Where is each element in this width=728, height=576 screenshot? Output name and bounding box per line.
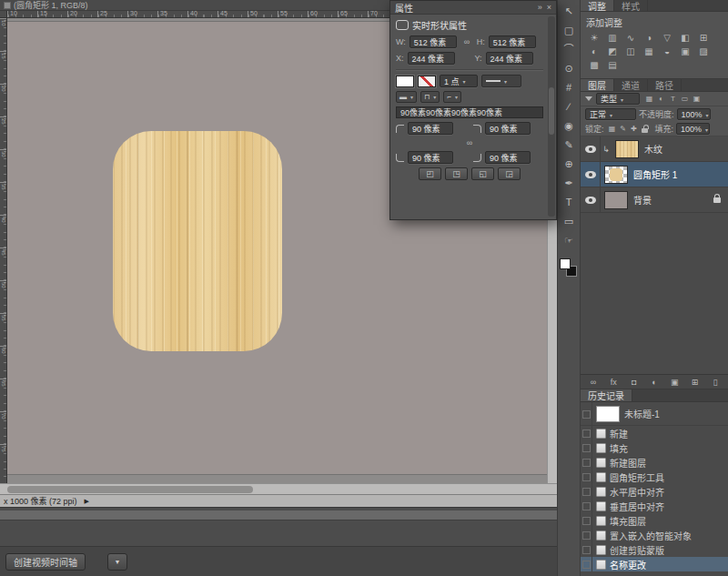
visibility-toggle[interactable] — [581, 136, 601, 161]
brush-tool-icon[interactable]: ✎ — [558, 136, 580, 155]
eyedropper-tool-icon[interactable]: ∕ — [558, 97, 580, 116]
delete-layer-icon[interactable]: ▯ — [708, 378, 723, 387]
history-brush-source-box[interactable] — [581, 557, 592, 571]
horizontal-type-tool-icon[interactable]: T — [558, 193, 580, 212]
layer-effects-icon[interactable]: fx — [606, 378, 621, 387]
new-layer-icon[interactable]: ⊞ — [688, 378, 703, 387]
panel-tab-history[interactable]: 历史记录 — [581, 389, 632, 401]
radius-top-right-input[interactable]: 90 像素 — [485, 122, 531, 135]
layer-thumbnail[interactable] — [615, 140, 639, 158]
layer-row-rounded-rect[interactable]: 圆角矩形 1 — [581, 162, 728, 187]
layer-group-icon[interactable]: ▣ — [667, 378, 682, 387]
color-swatches[interactable] — [558, 258, 580, 281]
history-brush-source-box[interactable] — [581, 426, 592, 440]
corner-bottom-left-button[interactable]: ◱ — [471, 167, 494, 180]
history-step[interactable]: 垂直居中对齐 — [581, 499, 728, 513]
stroke-corners-icon[interactable]: ⌐ — [443, 91, 461, 103]
gradient-map-icon[interactable]: ▩ — [585, 58, 603, 72]
history-snapshot-row[interactable]: 未标题-1 — [581, 402, 728, 426]
vibrance-icon[interactable]: ▽ — [658, 31, 676, 45]
status-menu-arrow-icon[interactable]: ▶ — [85, 498, 89, 505]
filter-pixel-layers-icon[interactable]: ▦ — [643, 95, 655, 103]
hand-tool-icon[interactable]: ☞ — [558, 231, 580, 250]
create-video-timeline-button[interactable]: 创建视频时间轴 — [5, 553, 86, 571]
levels-icon[interactable]: ▥ — [603, 31, 622, 45]
y-input[interactable]: 244 像素 — [486, 52, 533, 65]
scrollbar-thumb[interactable] — [549, 87, 554, 135]
layer-thumbnail[interactable] — [604, 191, 628, 209]
ruler-corner[interactable] — [0, 11, 7, 18]
opacity-input[interactable]: 100% — [677, 108, 711, 120]
fill-color-swatch[interactable] — [396, 76, 414, 87]
radius-top-left-input[interactable]: 90 像素 — [408, 122, 453, 135]
lock-paint-icon[interactable]: ✎ — [618, 125, 629, 134]
corner-bottom-right-button[interactable]: ◲ — [498, 167, 521, 180]
hue-saturation-icon[interactable]: ◧ — [676, 31, 694, 45]
history-step[interactable]: 创建剪贴蒙版 — [581, 542, 728, 557]
history-step[interactable]: 填充图层 — [581, 513, 728, 528]
photo-filter-icon[interactable]: ◩ — [603, 45, 622, 58]
layer-row-background[interactable]: 背景 — [581, 187, 728, 213]
crop-tool-icon[interactable]: # — [558, 78, 580, 97]
scrollbar-thumb[interactable] — [7, 486, 253, 493]
layer-name[interactable]: 背景 — [633, 193, 652, 207]
history-step[interactable]: 水平居中对齐 — [581, 484, 728, 499]
history-step[interactable]: 名称更改 — [581, 557, 728, 571]
curves-icon[interactable]: ∿ — [622, 31, 640, 45]
stroke-caps-icon[interactable]: ⊓ — [420, 91, 440, 103]
panel-tab[interactable]: 路径 — [648, 79, 682, 91]
clone-stamp-tool-icon[interactable]: ⊕ — [558, 155, 580, 174]
rectangular-marquee-tool-icon[interactable]: ▢ — [558, 21, 580, 40]
history-brush-source-box[interactable] — [581, 440, 592, 455]
history-brush-source-box[interactable] — [581, 499, 592, 513]
history-step[interactable]: 新建图层 — [581, 455, 728, 470]
properties-scrollbar[interactable] — [548, 16, 555, 217]
threshold-icon[interactable]: ▨ — [694, 45, 713, 58]
properties-header[interactable]: 属性 » × — [390, 1, 556, 15]
selective-color-icon[interactable]: ▤ — [603, 58, 622, 72]
panel-tab[interactable]: 通道 — [614, 79, 648, 91]
corner-top-right-button[interactable]: ◳ — [445, 167, 468, 180]
layer-name[interactable]: 木纹 — [644, 142, 662, 156]
lock-transparency-icon[interactable]: ▦ — [607, 125, 618, 134]
timeline-mode-dropdown[interactable]: ▼ — [107, 553, 127, 571]
fill-input[interactable]: 100% — [676, 123, 710, 135]
link-dimensions-icon[interactable] — [460, 37, 473, 46]
blend-mode-select[interactable]: 正常 — [585, 108, 636, 120]
horizontal-scrollbar[interactable] — [0, 483, 557, 494]
history-brush-source-box[interactable] — [581, 542, 592, 557]
history-brush-source-box[interactable] — [581, 484, 592, 499]
close-panel-icon[interactable]: × — [547, 3, 551, 12]
link-radii-icon[interactable] — [463, 138, 476, 147]
posterize-icon[interactable]: ▣ — [676, 45, 694, 58]
width-input[interactable]: 512 像素 — [410, 35, 457, 48]
panel-tab[interactable]: 调整 — [581, 0, 614, 11]
history-step[interactable]: 置入嵌入的智能对象 — [581, 528, 728, 542]
layer-thumbnail[interactable] — [604, 166, 628, 184]
panel-tab[interactable]: 样式 — [614, 0, 648, 11]
height-input[interactable]: 512 像素 — [489, 35, 536, 48]
quick-selection-tool-icon[interactable]: ⊙ — [558, 59, 580, 78]
layer-name[interactable]: 圆角矩形 1 — [633, 167, 677, 181]
panel-tab[interactable]: 图层 — [581, 79, 614, 91]
black-white-icon[interactable]: ◐ — [585, 45, 603, 58]
layer-row-wood[interactable]: 木纹 — [581, 136, 728, 162]
rectangle-tool-icon[interactable]: ▭ — [558, 212, 580, 231]
vertical-ruler[interactable]: 1015202530354045505560657075 — [0, 18, 7, 483]
move-tool-icon[interactable]: ↖ — [558, 2, 580, 21]
snapshot-thumbnail[interactable] — [596, 406, 620, 422]
lock-position-icon[interactable]: ✚ — [629, 125, 640, 134]
history-brush-source-box[interactable] — [581, 470, 592, 484]
add-layer-mask-icon[interactable]: ◘ — [627, 378, 642, 387]
filter-shape-layers-icon[interactable]: ▭ — [679, 95, 691, 103]
stroke-align-icon[interactable]: ▬ — [396, 91, 417, 103]
filter-smart-objects-icon[interactable]: ▣ — [691, 95, 703, 103]
color-balance-icon[interactable]: ⊞ — [694, 31, 713, 45]
stroke-width-input[interactable]: 1 点 — [440, 75, 478, 87]
spot-healing-brush-tool-icon[interactable]: ◉ — [558, 116, 580, 136]
invert-icon[interactable]: ◒ — [658, 45, 676, 58]
x-input[interactable]: 244 像素 — [408, 52, 455, 65]
color-lookup-icon[interactable]: ▦ — [640, 45, 658, 58]
filter-type-layers-icon[interactable]: T — [667, 95, 679, 103]
pen-tool-icon[interactable]: ✒ — [558, 174, 580, 193]
